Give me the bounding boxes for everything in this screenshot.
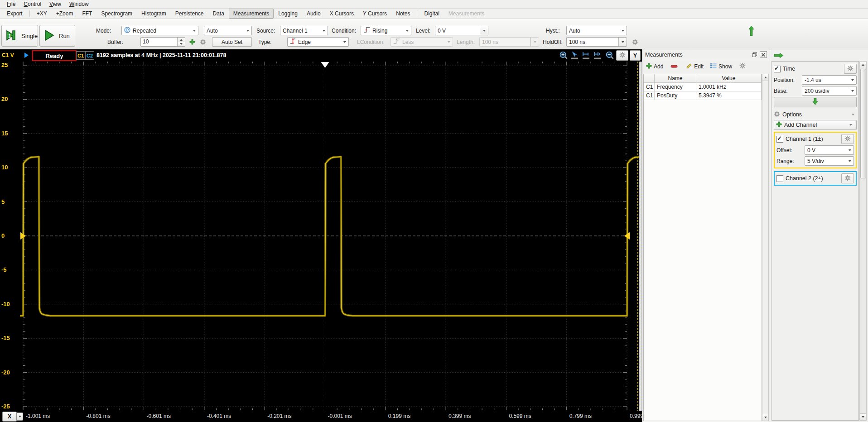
spin-down-button[interactable] <box>178 42 185 47</box>
remove-measurement-button[interactable] <box>670 62 679 71</box>
expand-arrow-icon[interactable] <box>24 53 29 58</box>
table-row[interactable]: C1Frequency1.0001 kHz <box>644 83 762 91</box>
measurements-scrollbar[interactable] <box>762 74 769 421</box>
zoom-out-icon[interactable] <box>605 51 615 60</box>
trigger-position-marker[interactable] <box>321 62 329 68</box>
trigger-gear-icon[interactable] <box>631 37 640 47</box>
waveforms-scope-window: FileControlViewWindow Export+XY+ZoomFFTS… <box>0 0 868 422</box>
tab-notes[interactable]: Notes <box>391 9 415 19</box>
column-header-name[interactable]: Name <box>655 74 696 83</box>
channel1-checkbox[interactable] <box>776 136 783 143</box>
holdoff-combo-arrow[interactable] <box>618 38 627 46</box>
menu-file[interactable]: File <box>3 0 19 8</box>
tab-measurements[interactable]: Measurements <box>229 9 274 19</box>
tab-export[interactable]: Export <box>2 9 27 19</box>
waveform-canvas[interactable] <box>20 62 639 411</box>
level-label: Level: <box>416 26 430 36</box>
add-measurement-button[interactable]: Add <box>645 62 664 72</box>
condition-select[interactable]: Rising <box>361 26 411 35</box>
tab-logging[interactable]: Logging <box>274 9 302 19</box>
tab-digital[interactable]: Digital <box>420 9 444 19</box>
acquisition-info: 8192 samples at 4 MHz | 2025-11-11 21:00… <box>96 52 226 58</box>
scrollbar-thumb[interactable] <box>860 69 866 178</box>
offset-select[interactable]: 0 V <box>805 145 854 155</box>
column-header-channel[interactable] <box>644 74 655 83</box>
controls-scrollbar[interactable] <box>859 61 867 421</box>
cursor-tool-icon[interactable] <box>570 51 580 60</box>
buffer-gear-icon[interactable] <box>198 37 207 47</box>
view-tabbar: Export+XY+ZoomFFTSpectrogramHistogramPer… <box>0 9 868 19</box>
type-value: Edge <box>298 39 341 45</box>
length-label: Length: <box>457 37 475 47</box>
menu-control[interactable]: Control <box>19 0 45 8</box>
holdoff-combo[interactable]: 100 ns <box>566 37 627 47</box>
buffer-label: Buffer: <box>107 37 123 47</box>
channel2-settings-button[interactable] <box>841 173 854 183</box>
measurements-settings-button[interactable] <box>738 61 747 72</box>
spin-up-button[interactable] <box>178 38 185 42</box>
undock-icon[interactable] <box>751 51 758 58</box>
edit-measurement-button[interactable]: Edit <box>685 62 704 72</box>
time-expand-button[interactable] <box>774 97 857 107</box>
quick-measure-horizontal-icon[interactable] <box>581 51 591 60</box>
add-buffer-icon[interactable] <box>188 37 197 47</box>
y-tick-label: 5 <box>1 198 19 205</box>
time-checkbox[interactable] <box>774 66 781 72</box>
mode-select[interactable]: Repeated <box>121 26 198 35</box>
column-header-value[interactable]: Value <box>696 74 762 83</box>
level-combo-arrow[interactable] <box>480 26 488 35</box>
tab-xy[interactable]: +XY <box>32 9 52 19</box>
base-select[interactable]: 200 us/div <box>802 86 857 96</box>
type-select[interactable]: Edge <box>287 37 349 47</box>
tabbar-separator <box>417 10 417 17</box>
tab-data[interactable]: Data <box>208 9 228 19</box>
scope-plot-area[interactable]: 2520151050-5-10-15-20-25 <box>0 62 642 411</box>
tab-zoom[interactable]: +Zoom <box>52 9 78 19</box>
name-cell: PosDuty <box>655 91 696 100</box>
run-button[interactable]: Run <box>39 25 75 47</box>
zoom-in-icon[interactable] <box>559 51 569 60</box>
quick-measure-vertical-icon[interactable] <box>593 51 603 60</box>
mode-value: Repeated <box>133 28 191 34</box>
table-row[interactable]: C1PosDuty5.3947 % <box>644 91 762 100</box>
channel1-settings-button[interactable] <box>841 134 854 144</box>
tab-audio[interactable]: Audio <box>302 9 325 19</box>
tab-spectrogram[interactable]: Spectrogram <box>96 9 137 19</box>
position-select[interactable]: -1.4 us <box>802 75 857 85</box>
plot-vertical-scrollbar[interactable] <box>639 62 642 411</box>
hyst-select[interactable]: Auto <box>566 26 627 35</box>
upload-arrow-icon[interactable] <box>748 25 754 38</box>
x-axis-button[interactable]: X <box>2 412 17 422</box>
tab-fft[interactable]: FFT <box>77 9 96 19</box>
show-measurement-button[interactable]: Show <box>709 62 733 71</box>
tab-x-cursors[interactable]: X Cursors <box>325 9 358 19</box>
tab-y-cursors[interactable]: Y Cursors <box>358 9 391 19</box>
buffer-spinner[interactable]: 10 <box>140 37 185 47</box>
close-icon[interactable] <box>760 51 767 58</box>
menu-window[interactable]: Window <box>65 0 93 8</box>
collapse-panel-arrow-icon[interactable] <box>774 53 784 60</box>
holdoff-label: HoldOff: <box>543 37 563 47</box>
add-channel-button[interactable]: Add Channel <box>774 120 857 130</box>
tab-persistence[interactable]: Persistence <box>171 9 208 19</box>
measurements-table[interactable]: NameValueC1Frequency1.0001 kHzC1PosDuty5… <box>643 74 762 421</box>
mode-auto-select[interactable]: Auto <box>204 26 252 35</box>
range-select[interactable]: 5 V/div <box>805 156 854 166</box>
gear-icon <box>847 65 854 73</box>
single-button[interactable]: 1 Single <box>1 25 38 47</box>
level-combo[interactable]: 0 V <box>435 26 488 35</box>
tab-histogram[interactable]: Histogram <box>137 9 171 19</box>
channel2-checkbox[interactable] <box>776 175 783 182</box>
options-row[interactable]: Options <box>774 109 857 120</box>
y-axis-button[interactable]: Y <box>630 50 641 61</box>
time-settings-button[interactable] <box>844 64 857 74</box>
plot-settings-button[interactable] <box>616 50 628 61</box>
channel1-badge[interactable]: C1 <box>76 51 85 60</box>
base-label: Base: <box>774 88 802 94</box>
menu-view[interactable]: View <box>45 0 65 8</box>
x-axis-dropdown[interactable] <box>16 412 23 421</box>
measurements-toolbar: Add Edit Show <box>642 60 770 72</box>
channel2-badge[interactable]: C2 <box>85 51 94 60</box>
source-select[interactable]: Channel 1 <box>280 26 328 35</box>
auto-set-button[interactable]: Auto Set <box>212 37 252 47</box>
